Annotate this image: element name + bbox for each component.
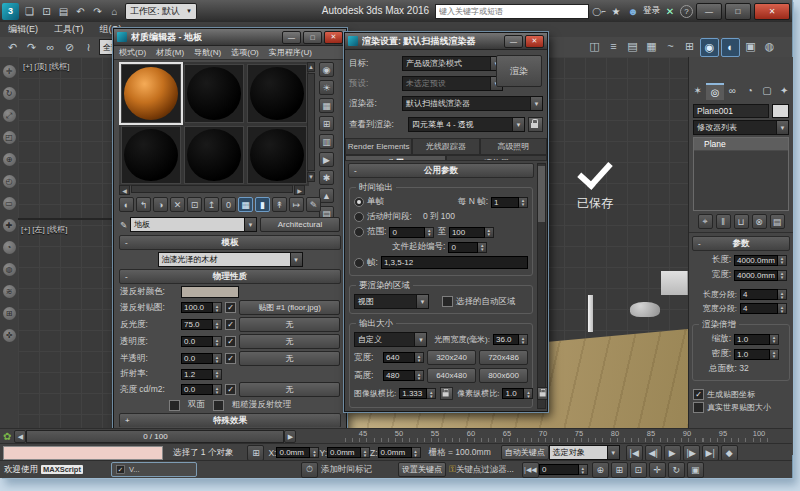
- open-file-icon[interactable]: ⊡: [39, 4, 54, 19]
- align-icon[interactable]: ≡: [605, 38, 622, 55]
- redo-icon[interactable]: ↷: [23, 39, 40, 56]
- maximize-viewport-icon[interactable]: ▣: [687, 462, 704, 478]
- pixel-aspect-spinner[interactable]: 1.0: [502, 388, 533, 399]
- diffuse-map-checkbox[interactable]: [225, 302, 236, 313]
- select-and-link-icon[interactable]: ∞: [42, 39, 59, 56]
- minimize-button[interactable]: —: [504, 35, 523, 48]
- diffuse-map-spinner[interactable]: 100.0: [181, 302, 222, 313]
- material-editor-icon[interactable]: ◉: [700, 38, 719, 57]
- diffuse-color-swatch[interactable]: [181, 286, 239, 298]
- range-radio[interactable]: [354, 227, 364, 237]
- range-from-spinner[interactable]: 0: [389, 227, 434, 238]
- density-spinner[interactable]: 1.0: [734, 349, 779, 360]
- sample-slot-1[interactable]: [121, 64, 181, 123]
- ribbon-icon[interactable]: ▦: [643, 38, 660, 55]
- new-scene-icon[interactable]: ❏: [22, 4, 37, 19]
- next-frame-button[interactable]: |▶: [683, 445, 700, 461]
- length-segs-spinner[interactable]: 4: [740, 289, 787, 300]
- luminance-map-button[interactable]: 无: [239, 382, 340, 397]
- bind-to-space-warp-icon[interactable]: ≀: [80, 39, 97, 56]
- picker-icon[interactable]: ✎: [120, 220, 127, 230]
- stack-item-plane[interactable]: Plane: [694, 138, 788, 151]
- shininess-map-button[interactable]: 无: [239, 317, 340, 332]
- raw-diffuse-checkbox[interactable]: [213, 400, 224, 411]
- template-dropdown[interactable]: 油漆光泽的木材▼: [158, 252, 303, 267]
- scale-spinner[interactable]: 1.0: [734, 334, 779, 345]
- render-production-icon[interactable]: ◍: [761, 38, 778, 55]
- reset-map-icon[interactable]: ✕: [170, 197, 185, 212]
- unlink-selection-icon[interactable]: ⊘: [61, 39, 78, 56]
- width-spinner[interactable]: 4000.0mm: [734, 270, 787, 281]
- curve-editor-icon[interactable]: ~: [662, 38, 679, 55]
- show-map-in-viewport-icon[interactable]: ▦: [238, 197, 253, 212]
- side-tool-icon-9[interactable]: ◍: [3, 263, 16, 276]
- length-spinner[interactable]: 4000.0mm: [734, 255, 787, 266]
- generate-mapping-checkbox[interactable]: [693, 389, 704, 400]
- go-to-end-button[interactable]: ▶|: [702, 445, 719, 461]
- maximize-button[interactable]: □: [725, 3, 751, 20]
- make-preview-icon[interactable]: ▶: [319, 152, 334, 167]
- zoom-all-icon[interactable]: ⊞: [611, 462, 628, 478]
- side-tool-icon-8[interactable]: ◔: [3, 241, 16, 254]
- object-color-swatch[interactable]: [772, 104, 789, 118]
- rollout-parameters[interactable]: -参数: [692, 236, 790, 251]
- diffuse-map-button[interactable]: 贴图 #1 (floor.jpg): [239, 300, 340, 315]
- project-folder-icon[interactable]: ⌂: [107, 4, 122, 19]
- key-mode-toggle[interactable]: |◀◀: [522, 462, 539, 478]
- modifier-stack[interactable]: Plane: [693, 137, 789, 211]
- options-icon[interactable]: ✱: [319, 170, 334, 185]
- utilities-tab[interactable]: ✦: [776, 83, 793, 98]
- rollout-common-parameters[interactable]: -公用参数: [348, 163, 534, 178]
- time-slider-next[interactable]: ▶: [284, 430, 296, 443]
- render-setup-titlebar[interactable]: 渲染设置: 默认扫描线渲染器 — ✕: [345, 33, 547, 50]
- time-tag-icon[interactable]: ⏱: [301, 462, 318, 478]
- side-tool-icon-6[interactable]: ▭: [3, 197, 16, 210]
- two-sided-checkbox[interactable]: [169, 400, 180, 411]
- width-spinner[interactable]: 640: [383, 352, 424, 363]
- sample-slot-3[interactable]: [247, 64, 307, 123]
- video-color-check-icon[interactable]: ▥: [319, 134, 334, 149]
- area-dropdown[interactable]: 视图▼: [354, 294, 429, 309]
- rollout-特殊效果[interactable]: +特殊效果: [119, 413, 341, 427]
- ior-spinner[interactable]: 1.2: [181, 369, 222, 380]
- exchange-icon[interactable]: ✕: [663, 4, 677, 18]
- preset-720x486-button[interactable]: 720x486: [479, 350, 528, 365]
- pixel-aspect-lock-icon[interactable]: [538, 387, 547, 400]
- current-frame-spinner[interactable]: 0: [539, 464, 588, 475]
- active-segment-radio[interactable]: [354, 212, 364, 222]
- side-tool-icon-12[interactable]: ✜: [3, 329, 16, 342]
- material-id-icon[interactable]: 0: [221, 197, 236, 212]
- play-button[interactable]: ▶: [664, 445, 681, 461]
- time-slider-handle[interactable]: 0 / 100: [26, 430, 284, 443]
- make-unique-stack-icon[interactable]: ⊔: [734, 214, 749, 229]
- aperture-spinner[interactable]: 36.0: [493, 334, 528, 345]
- search-icon[interactable]: ◯⌐: [592, 4, 606, 18]
- viewport-label-top[interactable]: [+] [顶] [线框]: [23, 61, 69, 72]
- add-time-tag-label[interactable]: 添加时间标记: [321, 464, 372, 476]
- every-n-spinner[interactable]: 1: [491, 197, 528, 208]
- modifier-list-dropdown[interactable]: 修改器列表▼: [693, 120, 789, 135]
- target-dropdown[interactable]: 产品级渲染模式▼: [402, 56, 503, 71]
- frames-radio[interactable]: [354, 258, 364, 268]
- preset-320x240-button[interactable]: 320x240: [427, 350, 476, 365]
- scene-object-teapot[interactable]: [630, 302, 660, 317]
- luminance-checkbox[interactable]: [225, 384, 236, 395]
- workspace-dropdown[interactable]: 工作区: 默认▼: [125, 3, 197, 20]
- preset-800x600-button[interactable]: 800x600: [479, 368, 528, 383]
- material-type-button[interactable]: Architectural: [260, 217, 340, 232]
- translucency-map-button[interactable]: 无: [239, 351, 340, 366]
- go-to-start-button[interactable]: |◀: [626, 445, 643, 461]
- side-tool-icon-4[interactable]: ⊕: [3, 153, 16, 166]
- material-name-dropdown[interactable]: 地板▼: [130, 217, 257, 232]
- scene-object-pillar[interactable]: [588, 295, 593, 332]
- max-logo-icon[interactable]: 3: [2, 3, 19, 20]
- auto-key-button[interactable]: 自动关键点: [501, 445, 549, 460]
- rollout-physical[interactable]: -物理性质: [119, 269, 341, 284]
- side-tool-icon-3[interactable]: ◰: [3, 131, 16, 144]
- assign-to-selection-icon[interactable]: ◑: [153, 197, 168, 212]
- sample-type-icon[interactable]: ◉: [319, 62, 334, 77]
- pan-icon[interactable]: ✛: [649, 462, 666, 478]
- show-end-result-stack-icon[interactable]: ‖: [716, 214, 731, 229]
- shininess-spinner[interactable]: 75.0: [181, 319, 222, 330]
- zoom-extents-icon[interactable]: ⊡: [630, 462, 647, 478]
